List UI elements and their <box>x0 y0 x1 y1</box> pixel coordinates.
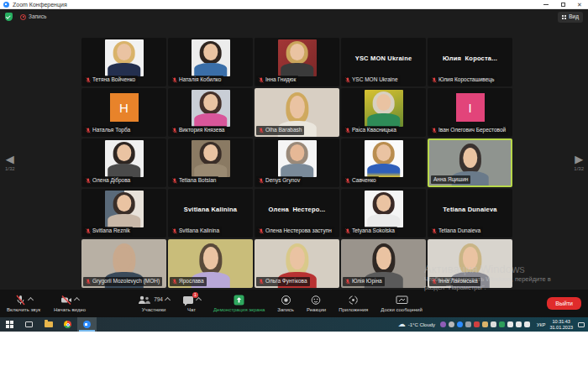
muted-mic-icon <box>259 128 264 133</box>
share-screen-button[interactable]: Демонстрация экрана <box>213 295 265 312</box>
participants-label: Участники <box>142 307 166 312</box>
chrome-button[interactable] <box>58 317 77 332</box>
person-silhouette <box>192 90 230 127</box>
participant-tile[interactable]: Олена Нестеро... Олена Нестерова заступн <box>255 189 339 238</box>
participant-tile[interactable]: Раіса Квасницька <box>341 88 426 137</box>
chevron-right-icon: ▶ <box>575 154 583 165</box>
gallery-next-page[interactable]: ▶ 1/32 <box>574 154 584 171</box>
participant-tile[interactable]: Виктория Князева <box>168 88 253 137</box>
participant-tile[interactable]: Svitlana Reznik <box>81 189 166 238</box>
file-explorer-button[interactable] <box>39 317 58 332</box>
participant-tile[interactable]: Olha Barabash <box>255 88 339 137</box>
record-dot-icon <box>20 14 26 20</box>
mic-tray-icon[interactable] <box>507 321 513 327</box>
security-icon[interactable] <box>474 321 480 327</box>
participants-count: 794 <box>154 296 163 302</box>
folder-tray-icon[interactable] <box>482 321 488 327</box>
participant-name-label: Виктория Князева <box>170 126 227 135</box>
participant-name-label: Ольга Фунтікова <box>256 277 310 286</box>
record-button[interactable]: Запись <box>277 295 294 312</box>
participant-tile[interactable]: Інна Гнидюк <box>255 38 339 86</box>
participant-tile[interactable]: Tetiana Botsian <box>168 138 253 187</box>
person-silhouette <box>105 191 144 227</box>
minimize-button[interactable] <box>538 0 554 8</box>
network-icon[interactable] <box>516 321 522 327</box>
person-silhouette <box>105 39 144 76</box>
participant-tile[interactable]: Наталія Кобилко <box>168 38 253 86</box>
participant-tile[interactable]: YSC MON Ukraine YSC MON Ukraine <box>341 38 426 86</box>
participant-video <box>278 39 317 76</box>
muted-mic-icon <box>345 279 350 285</box>
whiteboards-button[interactable]: Доски сообщений <box>381 295 423 312</box>
participant-name-label: Svitlana Kalinina <box>170 227 222 236</box>
tray-icons <box>440 321 530 327</box>
apps-button[interactable]: Приложения <box>339 295 368 312</box>
participant-name-label: Олена Нестерова заступн <box>256 227 334 236</box>
unmute-options-caret[interactable] <box>27 297 33 303</box>
gallery-view-icon <box>562 15 564 17</box>
participant-name-label: Svitlana Reznik <box>83 227 133 236</box>
gallery-prev-page[interactable]: ◀ 1/32 <box>5 154 15 171</box>
start-video-button[interactable]: Начать видео <box>54 295 86 312</box>
muted-mic-icon <box>86 228 91 234</box>
close-button[interactable]: ✕ <box>571 0 588 8</box>
muted-mic-icon <box>432 228 437 234</box>
participants-button[interactable]: 794 Участники <box>138 295 170 312</box>
participant-tile[interactable]: Анна Яцишин <box>428 138 512 187</box>
weather-widget[interactable]: ☁ -1°C Cloudy <box>398 321 435 328</box>
maximize-button[interactable] <box>554 0 571 8</box>
reactions-icon <box>311 295 322 306</box>
participant-tile[interactable]: Савченко <box>341 138 426 187</box>
volume-icon[interactable] <box>524 321 530 327</box>
muted-mic-icon <box>86 279 91 285</box>
participant-tile[interactable]: Tetyana Sokolska <box>341 189 426 238</box>
participant-tile[interactable]: Тетяна Войченко <box>81 38 166 86</box>
participants-options-caret[interactable] <box>165 297 171 303</box>
participant-tile[interactable]: Юлія Юріна <box>341 239 426 288</box>
participant-video <box>105 39 144 76</box>
video-options-caret[interactable] <box>74 297 80 303</box>
task-view-button[interactable] <box>19 317 39 332</box>
participant-tile[interactable]: I Іван Олегович Берестовой <box>428 88 512 137</box>
participant-name-label: Іван Олегович Берестовой <box>429 126 508 135</box>
person-silhouette <box>105 140 144 177</box>
reactions-button[interactable]: Реакции <box>307 295 326 312</box>
chat-button[interactable]: 1 Чат <box>182 295 201 312</box>
participant-tile[interactable]: Олена Діброва <box>81 138 166 187</box>
participant-name-label: Олена Діброва <box>83 176 133 186</box>
reactions-label: Реакции <box>307 307 326 312</box>
participant-tile[interactable]: Svitlana Kalinina Svitlana Kalinina <box>168 189 253 238</box>
calculator-icon[interactable] <box>491 321 496 327</box>
contact-icon[interactable] <box>449 321 454 327</box>
language-indicator[interactable]: УКР <box>537 322 545 327</box>
action-center-icon[interactable] <box>578 322 585 327</box>
participant-tile[interactable]: Ольга Фунтікова <box>255 239 339 288</box>
leave-meeting-button[interactable]: Выйти <box>547 297 581 310</box>
viber-icon[interactable] <box>440 321 446 327</box>
sheets-icon[interactable] <box>499 321 505 327</box>
participant-name-label: Інна Гнидюк <box>256 76 298 85</box>
participant-tile[interactable]: Юлия Короста... Юлия Коросташивець <box>428 38 512 86</box>
windows-logo-icon <box>6 321 9 324</box>
security-shield-icon[interactable] <box>5 13 13 21</box>
zoom-tray-icon[interactable] <box>457 321 463 327</box>
participant-tile[interactable]: Denys Grynov <box>255 138 339 187</box>
participant-name-label: Наталія Кобилко <box>170 76 223 85</box>
pen-icon[interactable] <box>465 321 471 327</box>
participant-tile[interactable]: Н Наталья Торба <box>81 88 166 137</box>
participant-tile[interactable]: Grygorii Mozolevych (МОН) <box>81 239 166 288</box>
taskbar-clock[interactable]: 10:31:43 31.01.2023 <box>549 319 573 330</box>
participant-display-name: Svitlana Kalinina <box>168 189 253 229</box>
participant-tile[interactable]: Tetiana Dunaieva Tetiana Dunaieva <box>428 189 512 238</box>
person-silhouette <box>192 39 230 76</box>
folder-icon <box>45 321 53 327</box>
participant-tile[interactable]: Інна Лакомська <box>428 239 512 288</box>
participant-tile[interactable]: Ярослава <box>168 239 253 288</box>
zoom-taskbar-button[interactable] <box>77 317 97 332</box>
view-button[interactable]: Вид <box>558 12 583 23</box>
recording-indicator[interactable]: Запись <box>20 14 46 20</box>
unmute-button[interactable]: Включить звук <box>7 295 40 312</box>
chat-options-caret[interactable] <box>196 297 202 303</box>
person-silhouette <box>192 140 230 177</box>
start-button[interactable] <box>0 317 19 332</box>
